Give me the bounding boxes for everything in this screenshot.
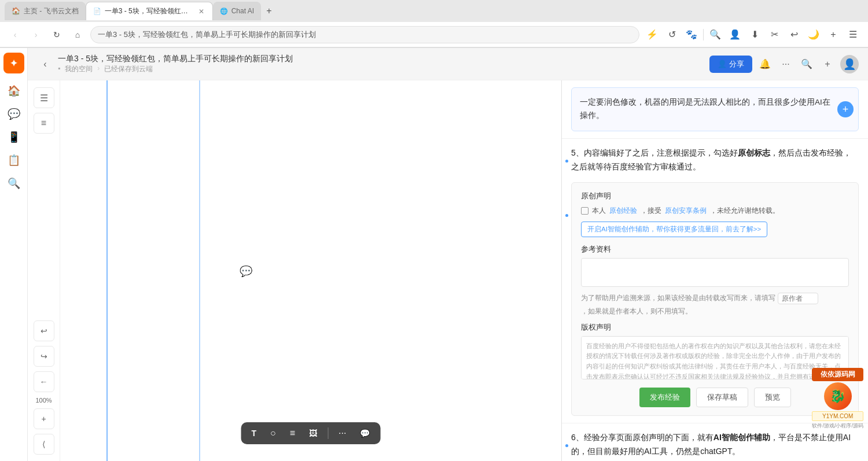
ai-assist-button[interactable]: 开启AI智能创作辅助，帮你获得更多流量回，前去了解>> [581, 222, 767, 237]
image-tool-button[interactable]: 🖼 [306, 426, 321, 440]
section6-num: 6、经验分享页面原创声明的下面，就有 [571, 433, 713, 442]
more-icon: ··· [339, 428, 346, 438]
right-panel-toggle[interactable]: 💬 [240, 265, 252, 278]
paw-icon[interactable]: 🐾 [683, 27, 700, 43]
home-button[interactable]: ⌂ [69, 27, 86, 43]
sidebar-phone-icon[interactable]: 📱 [3, 127, 24, 147]
tab-3[interactable]: 🌐 Chat AI [213, 2, 261, 20]
checkbox-text-end: ，未经允许谢绝转载。 [710, 206, 779, 216]
scissors-icon[interactable]: ✂ [766, 27, 782, 43]
preview-button[interactable]: 预览 [754, 388, 791, 407]
redo-button[interactable]: ↪ [34, 346, 54, 367]
sidebar-docs-icon[interactable]: 📋 [3, 150, 24, 171]
new-tab-button[interactable]: + [261, 3, 277, 19]
publish-button[interactable]: 发布经验 [639, 388, 690, 407]
tab-1[interactable]: 🏠 主页 - 飞书云文档 [5, 2, 86, 20]
separator [703, 29, 704, 40]
toolbar-divider [328, 427, 328, 439]
watermark-site-label: 依依源码网 [812, 368, 863, 381]
watermark-avatar: 🐉 [824, 382, 852, 410]
attribution-input[interactable] [778, 293, 818, 304]
back-doc-button[interactable]: ← [34, 371, 54, 392]
url-text: 一单3 - 5块，写经验领红包，简单易上手可长期操作的新回享计划 [98, 29, 316, 40]
back-button[interactable]: ‹ [7, 27, 23, 43]
refresh-button[interactable]: ↻ [49, 27, 65, 43]
search-doc-icon[interactable]: 🔍 [799, 56, 815, 72]
add-doc-icon[interactable]: + [819, 56, 836, 72]
add-element-button[interactable]: + [34, 408, 54, 429]
sidebar-chat-icon[interactable]: 💬 [3, 104, 24, 124]
url-bar[interactable]: 一单3 - 5块，写经验领红包，简单易上手可长期操作的新回享计划 [90, 26, 639, 43]
tab1-title: 主页 - 飞书云文档 [24, 6, 79, 16]
blue-marker-3 [565, 444, 568, 447]
tab-2[interactable]: 📄 一单3 - 5块，写经验领红包，简单… ✕ [86, 2, 213, 20]
sidebar-home-icon[interactable]: 🏠 [3, 80, 24, 101]
terms-link[interactable]: 原创安享条例 [665, 206, 707, 216]
more-options-icon[interactable]: ··· [778, 56, 794, 72]
tab2-close-icon[interactable]: ✕ [197, 6, 205, 17]
doc-title-area: 一单3 - 5块，写经验领红包，简单易上手可长期操作的新回享计划 ▪ 我的空间 … [58, 54, 705, 74]
section6-title: 6、经验分享页面原创声明的下面，就有AI智能创作辅助，平台是不禁止使用AI的，但… [571, 430, 859, 459]
sidebar-search-icon[interactable]: 🔍 [3, 173, 24, 194]
left-sidebar: ✦ 🏠 💬 📱 📋 🔍 [0, 48, 28, 461]
app-layout: ✦ 🏠 💬 📱 📋 🔍 ‹ 一单3 - 5块，写经验领红包，简单易上手可长期操作… [0, 48, 868, 461]
reload-icon[interactable]: ↺ [664, 27, 680, 43]
circle-tool-button[interactable]: ○ [267, 426, 279, 441]
moon-icon[interactable]: 🌙 [806, 27, 822, 43]
doc-title: 一单3 - 5块，写经验领红包，简单易上手可长期操作的新回享计划 [58, 54, 705, 64]
doc-main-area: ☰ ≡ ↩ ↪ ← 100% + ⟨ [28, 80, 868, 461]
draft-button[interactable]: 保存草稿 [696, 388, 748, 407]
bottom-toolbar: T ○ ≡ 🖼 ··· [241, 422, 381, 444]
breadcrumb2: 已经保存到云端 [104, 64, 153, 74]
lightning-icon[interactable]: ⚡ [644, 27, 660, 43]
share-button[interactable]: 👤 分享 [709, 56, 752, 73]
list-view-button[interactable]: ☰ [34, 87, 54, 108]
document-canvas: T ○ ≡ 🖼 ··· [60, 80, 561, 461]
blue-marker-1 [565, 160, 568, 163]
reference-input[interactable] [581, 258, 849, 287]
doc-subtitle: ▪ 我的空间 › 已经保存到云端 [58, 64, 705, 74]
original-link[interactable]: 原创经验 [609, 206, 637, 216]
section5-title: 5、内容编辑好了之后，注意根据提示，勾选好原创标志，然后点击发布经验，之后就等待… [571, 146, 859, 174]
nav-bar: ‹ › ↻ ⌂ 一单3 - 5块，写经验领红包，简单易上手可长期操作的新回享计划… [0, 22, 868, 47]
tab-bar: 🏠 主页 - 飞书云文档 📄 一单3 - 5块，写经验领红包，简单… ✕ 🌐 C… [0, 0, 868, 22]
comment-tool-button[interactable]: 💬 [356, 426, 373, 440]
profile-icon[interactable]: 👤 [727, 27, 743, 43]
copyright-label: 版权声明 [581, 322, 849, 333]
share-label: 分享 [729, 59, 744, 69]
add-nav-icon[interactable]: + [825, 27, 841, 43]
doc-header: ‹ 一单3 - 5块，写经验领红包，简单易上手可长期操作的新回享计划 ▪ 我的空… [28, 48, 868, 80]
forward-button[interactable]: › [28, 27, 44, 43]
blue-marker-2 [565, 214, 568, 217]
original-checkbox[interactable] [581, 207, 589, 215]
tab3-favicon: 🌐 [220, 8, 228, 15]
doc-back-button[interactable]: ‹ [37, 56, 53, 72]
section5-number: 5、内容编辑好了之后，注意根据提示，勾选好 [571, 148, 738, 157]
note-plus-button[interactable]: + [837, 101, 854, 117]
circle-icon: ○ [270, 428, 276, 438]
comment-icon: 💬 [360, 429, 370, 438]
outline-button[interactable]: ≡ [34, 113, 54, 134]
left-tools-panel: ☰ ≡ ↩ ↪ ← 100% + ⟨ [28, 80, 60, 461]
breadcrumb1[interactable]: 我的空间 [65, 64, 93, 74]
menu-icon[interactable]: ☰ [845, 27, 861, 43]
right-panel: 一定要润色修改，机器的用词是无法跟人相比的，而且很多少使用AI在操作。 + 5、… [561, 80, 868, 461]
section6-highlight: AI智能创作辅助 [713, 433, 770, 442]
note-text-box: 一定要润色修改，机器的用词是无法跟人相比的，而且很多少使用AI在操作。 + [571, 87, 859, 131]
user-avatar[interactable]: 👤 [840, 55, 859, 73]
download-icon[interactable]: ⬇ [746, 27, 763, 43]
notification-icon[interactable]: 🔔 [757, 56, 773, 72]
text-tool-button[interactable]: T [248, 426, 260, 440]
list-tool-button[interactable]: ≡ [286, 426, 299, 441]
original-declaration-label: 原创声明 [581, 191, 849, 201]
collapse-panel-button[interactable]: ⟨ [34, 434, 54, 455]
image-icon: 🖼 [309, 429, 317, 438]
undo-button[interactable]: ↩ [34, 320, 54, 341]
checkbox-row: 本人原创经验，接受原创安享条例，未经允许谢绝转载。 [581, 206, 849, 216]
undo-nav-icon[interactable]: ↩ [786, 27, 802, 43]
zoom-percent: 100% [35, 397, 52, 404]
tab3-title: Chat AI [231, 7, 254, 15]
form-actions: 发布经验 保存草稿 预览 [581, 388, 849, 407]
more-tool-button[interactable]: ··· [335, 426, 350, 441]
search-icon[interactable]: 🔍 [707, 27, 723, 43]
